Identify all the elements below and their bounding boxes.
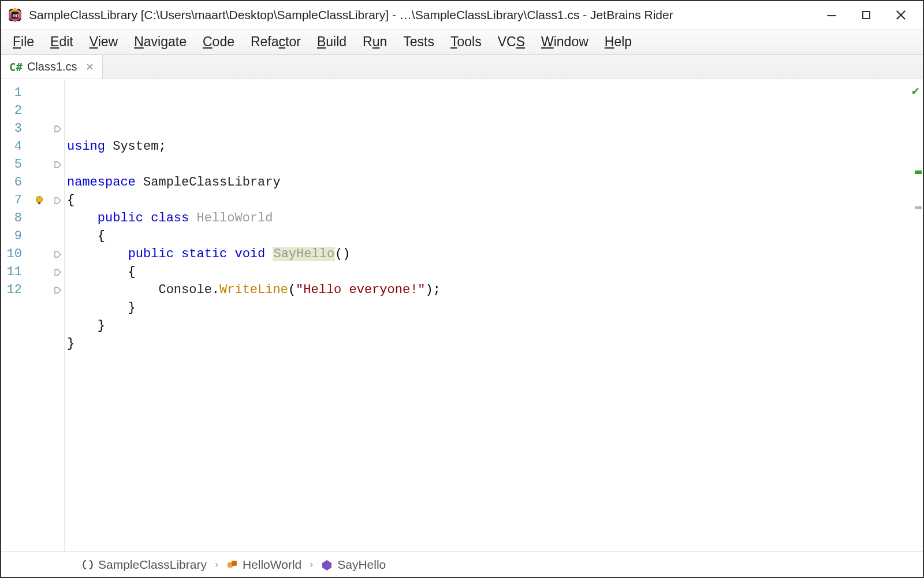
inspection-ok-icon: ✔: [912, 83, 919, 101]
svg-rect-6: [863, 12, 870, 18]
code-line[interactable]: namespace SampleClassLibrary: [67, 173, 907, 191]
line-number: 10: [1, 245, 22, 263]
window-close-button[interactable]: [892, 6, 910, 24]
fold-toggle[interactable]: [51, 120, 64, 138]
fold-toggle[interactable]: [51, 155, 64, 173]
menu-vcs[interactable]: VCS: [490, 31, 533, 53]
svg-rect-10: [38, 202, 40, 204]
fold-slot: [51, 209, 64, 227]
tab-close-button[interactable]: ✕: [85, 61, 94, 73]
method-icon: [321, 559, 333, 570]
code-line[interactable]: [67, 155, 907, 173]
marker-slot: [28, 173, 51, 191]
menu-view[interactable]: View: [81, 31, 126, 53]
window-title: SampleClassLibrary [C:\Users\maart\Deskt…: [29, 8, 805, 22]
menu-build[interactable]: Build: [309, 31, 355, 53]
fold-slot: [51, 173, 64, 191]
editor-tabstrip: C# Class1.cs ✕: [1, 55, 923, 79]
tab-class1[interactable]: C# Class1.cs ✕: [1, 55, 103, 79]
svg-rect-12: [232, 561, 237, 566]
fold-slot: [51, 138, 64, 155]
menu-tests[interactable]: Tests: [395, 31, 442, 53]
line-number: 9: [1, 227, 22, 245]
code-line[interactable]: {: [67, 227, 907, 245]
breadcrumb-namespace[interactable]: SampleClassLibrary: [82, 558, 207, 572]
marker-slot: [28, 138, 51, 155]
code-area[interactable]: using System;namespace SampleClassLibrar…: [65, 79, 907, 551]
svg-marker-13: [322, 560, 331, 570]
marker-slot: [28, 155, 51, 173]
stripe-mark-change[interactable]: [915, 171, 922, 174]
breadcrumb-label: SampleClassLibrary: [98, 558, 207, 572]
menu-tools[interactable]: Tools: [442, 31, 490, 53]
menu-navigate[interactable]: Navigate: [126, 31, 195, 53]
line-number: 2: [1, 102, 22, 120]
fold-toggle[interactable]: [51, 245, 64, 263]
fold-slot: [51, 84, 64, 102]
code-editor[interactable]: 123456789101112 using System;namespace S…: [1, 79, 923, 551]
analysis-stripe[interactable]: ✔: [907, 79, 923, 551]
braces-icon: [82, 559, 94, 570]
code-line[interactable]: public class HelloWorld: [67, 209, 907, 227]
line-number: 4: [1, 138, 22, 155]
fold-toggle[interactable]: [51, 281, 64, 299]
code-line[interactable]: }: [67, 299, 907, 317]
marker-slot: [28, 84, 51, 102]
marker-slot: [28, 209, 51, 227]
marker-slot: [28, 281, 51, 299]
lightbulb-icon[interactable]: [28, 191, 51, 209]
marker-slot: [28, 245, 51, 263]
line-number-gutter: 123456789101112: [1, 79, 28, 551]
line-number: 3: [1, 120, 22, 138]
breadcrumb-class[interactable]: HelloWorld: [226, 558, 301, 572]
menu-code[interactable]: Code: [195, 31, 243, 53]
line-number: 8: [1, 209, 22, 227]
window-minimize-button[interactable]: [822, 6, 841, 24]
class-icon: [226, 559, 238, 570]
breadcrumb-separator-icon: ›: [310, 558, 313, 570]
marker-slot: [28, 227, 51, 245]
line-number: 5: [1, 155, 22, 173]
menu-run[interactable]: Run: [355, 31, 395, 53]
svg-text:RD: RD: [13, 13, 20, 18]
fold-toggle[interactable]: [51, 263, 64, 281]
marker-slot: [28, 120, 51, 138]
menu-file[interactable]: File: [5, 31, 42, 53]
menu-help[interactable]: Help: [597, 31, 640, 53]
marker-gutter: [28, 79, 51, 551]
stripe-mark-info[interactable]: [915, 206, 922, 209]
code-line[interactable]: {: [67, 191, 907, 209]
line-number: 1: [1, 84, 22, 102]
line-number: 7: [1, 191, 22, 209]
line-number: 6: [1, 173, 22, 191]
svg-point-9: [36, 196, 43, 202]
code-line[interactable]: }: [67, 317, 907, 335]
code-line[interactable]: using System;: [67, 138, 907, 155]
menu-edit[interactable]: Edit: [42, 31, 81, 53]
fold-toggle[interactable]: [51, 191, 64, 209]
breadcrumb-separator-icon: ›: [215, 558, 218, 570]
code-line[interactable]: Console.WriteLine("Hello everyone!");: [67, 281, 907, 299]
marker-slot: [28, 102, 51, 120]
menu-refactor[interactable]: Refactor: [243, 31, 309, 53]
code-line[interactable]: {: [67, 263, 907, 281]
breadcrumb-bar: SampleClassLibrary › HelloWorld › SayHel…: [1, 551, 923, 577]
marker-slot: [28, 263, 51, 281]
rider-app-icon: RD: [7, 7, 23, 23]
window-maximize-button[interactable]: [857, 6, 875, 24]
breadcrumb-label: HelloWorld: [243, 558, 301, 572]
csharp-file-icon: C#: [9, 61, 23, 73]
fold-gutter: [51, 79, 65, 551]
fold-slot: [51, 102, 64, 120]
menubar: FileEditViewNavigateCodeRefactorBuildRun…: [1, 29, 923, 55]
code-line[interactable]: public static void SayHello(): [67, 245, 907, 263]
breadcrumb-method[interactable]: SayHello: [321, 558, 386, 572]
menu-window[interactable]: Window: [533, 31, 597, 53]
tab-label: Class1.cs: [27, 60, 77, 73]
titlebar: RD SampleClassLibrary [C:\Users\maart\De…: [1, 1, 923, 29]
fold-slot: [51, 227, 64, 245]
line-number: 11: [1, 263, 22, 281]
line-number: 12: [1, 281, 22, 299]
code-line[interactable]: }: [67, 335, 907, 353]
breadcrumb-label: SayHello: [337, 558, 386, 572]
